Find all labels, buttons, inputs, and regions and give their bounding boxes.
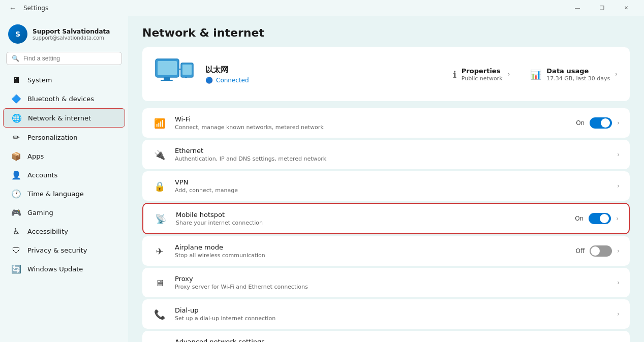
network-hero-icon [155, 56, 195, 92]
arrow-dialup: › [617, 310, 620, 318]
row-title-vpn: VPN [175, 178, 609, 186]
arrow-proxy: › [617, 279, 620, 286]
properties-arrow: › [508, 71, 510, 78]
back-button[interactable]: ← [6, 2, 19, 14]
svg-rect-2 [164, 77, 170, 80]
sidebar-item-accessibility[interactable]: ♿ Accessibility [3, 222, 125, 240]
row-sub-ethernet: Authentication, IP and DNS settings, met… [175, 156, 609, 162]
row-sub-airplane-mode: Stop all wireless communication [175, 252, 567, 259]
nav-label-apps: Apps [27, 152, 44, 160]
nav-icon-system: 🖥 [11, 75, 21, 85]
settings-rows-container: 📶 Wi-Fi Connect, manage known networks, … [142, 108, 630, 342]
svg-rect-1 [158, 61, 177, 75]
row-icon-wifi: 📶 [152, 116, 167, 130]
user-info: Support Salvationdata support@salvationd… [33, 28, 110, 41]
titlebar-title: Settings [23, 5, 48, 12]
row-icon-vpn: 🔒 [152, 179, 167, 193]
nav-label-personalization: Personalization [27, 134, 78, 141]
row-title-airplane-mode: Airplane mode [175, 243, 567, 251]
row-icon-ethernet: 🔌 [152, 147, 167, 162]
close-button[interactable]: ✕ [615, 0, 638, 16]
nav-icon-apps: 📦 [11, 151, 21, 161]
nav-icon-windows-update: 🔄 [11, 264, 21, 274]
toggle-label-wifi: On [576, 119, 585, 127]
sidebar-item-accounts[interactable]: 👤 Accounts [3, 166, 125, 184]
row-text-proxy: Proxy Proxy server for Wi-Fi and Etherne… [175, 275, 609, 290]
toggle-wifi[interactable] [590, 117, 612, 129]
arrow-mobile-hotspot: › [616, 215, 619, 222]
row-title-mobile-hotspot: Mobile hotspot [176, 211, 567, 219]
titlebar-left: ← Settings [6, 2, 48, 14]
row-sub-wifi: Connect, manage known networks, metered … [175, 124, 568, 131]
row-text-advanced: Advanced network settings View all netwo… [175, 338, 609, 342]
nav-icon-gaming: 🎮 [11, 207, 21, 217]
sidebar-item-time[interactable]: 🕐 Time & language [3, 184, 125, 203]
svg-rect-6 [185, 77, 187, 78]
settings-row-wifi[interactable]: 📶 Wi-Fi Connect, manage known networks, … [142, 108, 630, 138]
svg-rect-5 [182, 65, 192, 75]
nav-icon-privacy: 🛡 [11, 245, 21, 255]
sidebar-item-personalization[interactable]: ✏ Personalization [3, 128, 125, 146]
row-right-airplane-mode: Off › [575, 245, 620, 257]
nav-icon-network: 🌐 [12, 113, 22, 123]
data-usage-info: Data usage 17.34 GB, last 30 days [546, 67, 610, 82]
hero-meta: ℹ Properties Public network › 📊 Data usa… [453, 67, 618, 82]
toggle-label-airplane-mode: Off [575, 247, 585, 255]
row-right-mobile-hotspot: On › [575, 213, 619, 224]
settings-row-airplane-mode[interactable]: ✈ Airplane mode Stop all wireless commun… [142, 236, 630, 266]
row-text-wifi: Wi-Fi Connect, manage known networks, me… [175, 115, 568, 131]
settings-row-ethernet[interactable]: 🔌 Ethernet Authentication, IP and DNS se… [142, 140, 630, 169]
sidebar-item-gaming[interactable]: 🎮 Gaming [3, 203, 125, 222]
row-sub-proxy: Proxy server for Wi-Fi and Ethernet conn… [175, 284, 609, 290]
toggle-label-mobile-hotspot: On [575, 215, 584, 222]
settings-row-proxy[interactable]: 🖥 Proxy Proxy server for Wi-Fi and Ether… [142, 268, 630, 297]
maximize-button[interactable]: ❐ [590, 0, 614, 16]
search-input[interactable] [23, 55, 116, 62]
properties-icon: ℹ [453, 69, 456, 80]
toggle-mobile-hotspot[interactable] [589, 213, 611, 224]
arrow-ethernet: › [617, 151, 620, 158]
row-text-mobile-hotspot: Mobile hotspot Share your internet conne… [176, 211, 567, 226]
row-sub-vpn: Add, connect, manage [175, 187, 609, 194]
connected-dot: 🔵 [205, 77, 213, 84]
settings-row-mobile-hotspot[interactable]: 📡 Mobile hotspot Share your internet con… [142, 203, 630, 234]
minimize-button[interactable]: — [566, 0, 589, 16]
row-icon-advanced: ⚙ [152, 338, 167, 342]
nav-icon-accounts: 👤 [11, 170, 21, 180]
nav-list: 🖥 System 🔷 Bluetooth & devices 🌐 Network… [0, 70, 128, 278]
arrow-vpn: › [617, 182, 620, 190]
search-box[interactable]: 🔍 [6, 52, 122, 65]
arrow-wifi: › [617, 119, 620, 127]
hero-card: 以太网 🔵 Connected ℹ Properties Public netw… [142, 47, 630, 101]
sidebar-item-system[interactable]: 🖥 System [3, 71, 125, 89]
toggle-airplane-mode[interactable] [590, 245, 612, 257]
data-usage-icon: 📊 [530, 69, 541, 80]
row-text-vpn: VPN Add, connect, manage [175, 178, 609, 194]
row-right-vpn: › [617, 182, 620, 190]
page-title: Network & internet [142, 26, 630, 39]
sidebar-item-apps[interactable]: 📦 Apps [3, 147, 125, 165]
settings-row-advanced[interactable]: ⚙ Advanced network settings View all net… [142, 331, 630, 342]
hero-network-name: 以太网 [205, 65, 443, 75]
user-email: support@salvationdata.com [33, 35, 110, 41]
row-icon-dialup: 📞 [152, 307, 167, 321]
sidebar-item-network[interactable]: 🌐 Network & internet [3, 108, 125, 128]
sidebar-item-privacy[interactable]: 🛡 Privacy & security [3, 241, 125, 259]
data-usage-link[interactable]: 📊 Data usage 17.34 GB, last 30 days › [530, 67, 618, 82]
nav-icon-personalization: ✏ [11, 132, 21, 142]
properties-link[interactable]: ℹ Properties Public network › [453, 67, 510, 82]
nav-label-bluetooth: Bluetooth & devices [27, 95, 94, 103]
nav-icon-bluetooth: 🔷 [11, 94, 21, 104]
row-text-dialup: Dial-up Set up a dial-up internet connec… [175, 306, 609, 322]
row-title-dialup: Dial-up [175, 306, 609, 314]
settings-row-dialup[interactable]: 📞 Dial-up Set up a dial-up internet conn… [142, 299, 630, 329]
user-profile[interactable]: S Support Salvationdata support@salvatio… [0, 16, 128, 50]
arrow-airplane-mode: › [617, 247, 620, 255]
row-sub-dialup: Set up a dial-up internet connection [175, 315, 609, 322]
row-title-proxy: Proxy [175, 275, 609, 283]
settings-row-vpn[interactable]: 🔒 VPN Add, connect, manage › [142, 171, 630, 201]
data-usage-arrow: › [615, 71, 618, 78]
sidebar-item-bluetooth[interactable]: 🔷 Bluetooth & devices [3, 89, 125, 108]
row-icon-airplane-mode: ✈ [152, 244, 167, 258]
sidebar-item-windows-update[interactable]: 🔄 Windows Update [3, 260, 125, 278]
